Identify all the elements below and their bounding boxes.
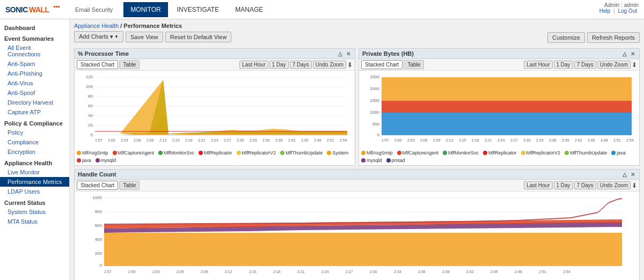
svg-text:2:45: 2:45 (491, 270, 498, 274)
legend-mlfreplicator: MlfReplicator (199, 150, 232, 156)
svg-text:2:51: 2:51 (613, 138, 621, 142)
nav-manage[interactable]: MANAGE (228, 2, 270, 17)
reset-default-button[interactable]: Reset to Default View (165, 32, 232, 42)
handle-count-title: Handle Count (78, 171, 116, 178)
private-bytes-title: Private Bytes (HB) (362, 50, 414, 57)
sidebar-item-policy[interactable]: Policy (0, 128, 69, 137)
toolbar: Add Charts ▾ Save View Reset to Default … (74, 31, 231, 42)
svg-text:2500: 2500 (370, 75, 379, 79)
svg-text:2:15: 2:15 (249, 270, 257, 274)
private-bytes-last-hour[interactable]: Last Hour (524, 61, 552, 69)
sidebar-item-system-status[interactable]: System Status (0, 207, 69, 217)
help-link[interactable]: Help (599, 8, 611, 14)
svg-text:2:18: 2:18 (273, 270, 281, 274)
svg-text:2000: 2000 (370, 86, 379, 91)
handle-count-tab-table[interactable]: Table (119, 181, 140, 190)
sidebar-item-anti-spoof[interactable]: Anti-Spoof (0, 88, 69, 98)
processor-time-header-controls: △ ✕ (337, 51, 352, 57)
svg-text:2:18: 2:18 (472, 138, 479, 142)
sidebar-header-policy-compliance: Policy & Compliance (0, 117, 69, 128)
processor-time-tab-table[interactable]: Table (119, 60, 140, 69)
svg-text:800: 800 (95, 209, 103, 214)
private-bytes-undo-zoom[interactable]: Undo Zoom (597, 61, 631, 69)
sidebar-item-compliance[interactable]: Compliance (0, 137, 69, 147)
handle-count-download-icon[interactable]: ⬇ (632, 182, 637, 189)
pb-legend-mlfthumbupdate: MlfThumbUpdate (565, 150, 607, 156)
svg-text:2:48: 2:48 (515, 270, 522, 274)
sidebar-item-all-event-connections[interactable]: All Event Connections (0, 43, 69, 59)
private-bytes-7days[interactable]: 7 Days (574, 61, 596, 69)
private-bytes-tab-stacked[interactable]: Stacked Chart (361, 60, 402, 69)
svg-text:2:33: 2:33 (250, 138, 257, 142)
sidebar-header-dashboard: Dashboard (0, 21, 69, 32)
logout-link[interactable]: Log Out (618, 8, 637, 14)
sidebar-item-live-monitor[interactable]: Live Monitor (0, 167, 69, 177)
handle-count-undo-zoom[interactable]: Undo Zoom (597, 181, 631, 189)
processor-time-expand-icon[interactable]: △ (337, 51, 343, 57)
svg-text:2:54: 2:54 (563, 270, 570, 274)
svg-text:2:36: 2:36 (418, 270, 426, 274)
svg-text:2:21: 2:21 (297, 270, 305, 274)
handle-count-tab-stacked[interactable]: Stacked Chart (77, 181, 118, 190)
sidebar-item-directory-harvest[interactable]: Directory Harvest (0, 98, 69, 107)
svg-text:2:27: 2:27 (346, 270, 353, 274)
handle-count-1day[interactable]: 1 Day (554, 181, 573, 189)
processor-time-close-icon[interactable]: ✕ (345, 51, 352, 57)
charts-top-row: % Processor Time △ ✕ Stacked Chart Table… (74, 48, 640, 166)
svg-text:2:06: 2:06 (420, 138, 428, 142)
breadcrumb-parent[interactable]: Appliance Health (74, 23, 119, 29)
top-right-user: Admin : admin Help | Log Out (598, 2, 639, 14)
customize-button[interactable]: Customize (547, 32, 585, 43)
nav-monitor[interactable]: MONITOR (123, 2, 167, 17)
handle-count-expand-icon[interactable]: △ (621, 172, 628, 178)
processor-time-last-hour[interactable]: Last Hour (239, 61, 268, 69)
processor-time-undo-zoom[interactable]: Undo Zoom (313, 61, 346, 69)
legend-mlfthumbupdate: MlfThumbUpdate (280, 150, 323, 156)
svg-text:2:09: 2:09 (433, 138, 441, 142)
svg-text:WALL: WALL (29, 5, 50, 14)
svg-text:100: 100 (86, 84, 93, 89)
processor-time-1day[interactable]: 1 Day (269, 61, 289, 69)
sidebar-item-anti-phishing[interactable]: Anti-Phishing (0, 69, 69, 78)
svg-text:2:39: 2:39 (275, 138, 283, 142)
refresh-reports-button[interactable]: Refresh Reports (587, 32, 640, 43)
svg-text:600: 600 (95, 223, 103, 228)
svg-text:0: 0 (100, 263, 103, 268)
logo: SONIC WALL (5, 4, 64, 16)
sidebar-item-performance-metrics[interactable]: Performance Metrics (0, 177, 69, 187)
svg-marker-57 (382, 77, 632, 101)
private-bytes-expand-icon[interactable]: △ (621, 51, 628, 57)
handle-count-7days[interactable]: 7 Days (574, 181, 596, 189)
pb-legend-java: java (611, 150, 626, 156)
svg-text:2:30: 2:30 (523, 138, 531, 142)
handle-count-last-hour[interactable]: Last Hour (524, 181, 552, 189)
nav-investigate[interactable]: INVESTIGATE (170, 2, 226, 17)
pb-legend-mlfreplicatorv2: MlfReplicatorV2 (521, 150, 561, 156)
sidebar-item-anti-spam[interactable]: Anti-Spam (0, 59, 69, 69)
svg-text:20: 20 (88, 123, 93, 128)
svg-text:2:42: 2:42 (288, 138, 296, 142)
handle-count-header-controls: △ ✕ (621, 172, 636, 178)
breadcrumb: Appliance Health / Performance Metrics (74, 23, 640, 29)
sidebar-item-mta-status[interactable]: MTA Status (0, 217, 69, 226)
processor-time-7days[interactable]: 7 Days (290, 61, 312, 69)
sidebar-item-ldap-users[interactable]: LDAP Users (0, 187, 69, 196)
sidebar-item-capture-atp[interactable]: Capture ATP (0, 107, 69, 117)
save-view-button[interactable]: Save View (126, 32, 163, 42)
add-charts-button[interactable]: Add Charts ▾ (74, 31, 123, 42)
svg-text:2:12: 2:12 (225, 270, 232, 274)
private-bytes-1day[interactable]: 1 Day (554, 61, 573, 69)
svg-text:0: 0 (91, 132, 93, 137)
processor-time-download-icon[interactable]: ⬇ (347, 61, 353, 69)
processor-time-tab-stacked[interactable]: Stacked Chart (77, 60, 118, 69)
svg-text:1:57: 1:57 (95, 138, 103, 142)
private-bytes-download-icon[interactable]: ⬇ (632, 61, 637, 69)
svg-text:2:27: 2:27 (510, 138, 518, 142)
private-bytes-tab-table[interactable]: Table (404, 60, 424, 69)
processor-time-chart-tabs: Stacked Chart Table Last Hour 1 Day 7 Da… (75, 59, 355, 71)
private-bytes-close-icon[interactable]: ✕ (630, 51, 636, 57)
svg-text:2:27: 2:27 (224, 138, 231, 142)
sidebar-item-anti-virus[interactable]: Anti-Virus (0, 78, 69, 88)
sidebar-item-encryption[interactable]: Encryption (0, 147, 69, 157)
handle-count-close-icon[interactable]: ✕ (630, 172, 636, 178)
